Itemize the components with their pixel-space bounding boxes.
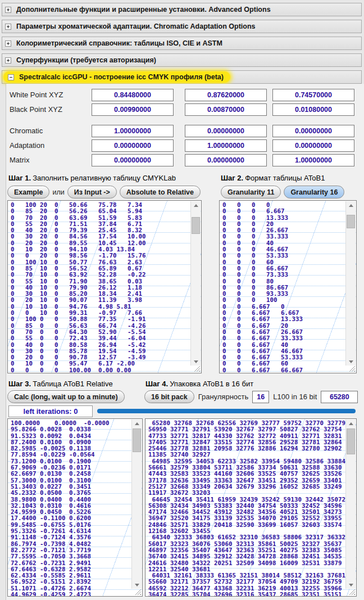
accordion-label: Дополнительные функции и расширенные уст… xyxy=(16,6,271,13)
step2-title-number: Шаг 2. xyxy=(221,174,243,182)
scrollbar-thumb[interactable] xyxy=(192,217,200,234)
matrix-cell-0-0[interactable] xyxy=(92,125,174,137)
vertical-scrollbar[interactable] xyxy=(131,419,142,589)
yellow-highlight: Spectralcalc iccGPU - построение icc CMY… xyxy=(3,71,230,83)
white-point-x-input[interactable] xyxy=(92,89,174,101)
step4-table-text: 65280 32768 32768 62556 32769 32777 5975… xyxy=(145,419,356,597)
matrix-cell-1-2[interactable] xyxy=(272,139,354,152)
spectralcalc-page: Дополнительные функции и расширенные уст… xyxy=(0,0,364,600)
step1-buttons-row: Example или Из Input -> Absolute to Rela… xyxy=(7,186,201,199)
granularity-label: Гранулярность xyxy=(198,393,249,401)
expand-plus-icon xyxy=(5,40,11,47)
scrollbar-thumb[interactable] xyxy=(347,215,355,228)
step3-buttons-row: Calc (long, wait up to a minute) xyxy=(7,390,125,403)
step4-title-text: Упаковка AToB1 в 16 бит xyxy=(170,380,253,388)
l100-value-input[interactable] xyxy=(321,391,358,403)
matrix-cell-2-1[interactable] xyxy=(185,154,267,166)
scroll-up-icon[interactable] xyxy=(191,201,201,209)
example-button[interactable]: Example xyxy=(7,186,49,199)
scrollbar-thumb[interactable] xyxy=(133,428,141,452)
from-input-button[interactable]: Из Input -> xyxy=(67,186,117,199)
vertical-scrollbar[interactable] xyxy=(190,201,201,366)
accordion-label: Параметры хроматической адаптации. Chrom… xyxy=(16,22,256,30)
accordion-label: Spectralcalc iccGPU - построение icc CMY… xyxy=(19,73,224,81)
scroll-down-icon[interactable] xyxy=(346,581,356,589)
step3-title: Шаг 3.Таблица AToB1 Relative xyxy=(8,380,113,388)
step4-title: Шаг 4.Упаковка AToB1 в 16 бит xyxy=(145,380,253,388)
scroll-down-icon[interactable] xyxy=(346,358,356,366)
scroll-up-icon[interactable] xyxy=(346,201,356,209)
matrix-cell-0-1[interactable] xyxy=(185,125,267,137)
matrix-cell-2-2[interactable] xyxy=(272,154,354,166)
vertical-scrollbar[interactable] xyxy=(345,201,356,366)
step4-controls-row: 16 bit pack Гранулярность L100 in 16 bit xyxy=(144,390,358,403)
l100-label: L100 in 16 bit xyxy=(273,393,317,401)
step2-title-text: Формат таблицы AToB1 xyxy=(245,174,325,182)
accordion-item-colorimetric-reference[interactable]: Колориметрический справочник: таблицы IS… xyxy=(2,37,362,50)
step3-title-text: Таблица AToB1 Relative xyxy=(33,380,113,388)
accordion-item-chromatic-adaptation[interactable]: Параметры хроматической адаптации. Chrom… xyxy=(2,20,362,33)
step4-title-number: Шаг 4. xyxy=(145,380,168,388)
step1-title-number: Шаг 1. xyxy=(8,174,31,182)
step2-table-text: 0 0 0 0 0 0 0 6.667 0 0 0 13.333 0 0 0 2… xyxy=(220,201,356,373)
white-point-z-input[interactable] xyxy=(272,89,354,101)
matrix-cell-0-2[interactable] xyxy=(272,125,354,137)
white-point-y-input[interactable] xyxy=(185,89,267,101)
black-point-z-input[interactable] xyxy=(272,103,354,116)
matrix-row-label-matrix: Matrix xyxy=(10,156,29,164)
white-point-label: White Point XYZ xyxy=(10,91,63,99)
scrollbar-thumb[interactable] xyxy=(347,428,355,454)
step4-16bit-pack-textarea[interactable]: 65280 32768 32768 62556 32769 32777 5975… xyxy=(145,418,357,597)
vertical-scrollbar[interactable] xyxy=(345,419,356,589)
matrix-row-label-chromatic: Chromatic xyxy=(10,127,43,135)
step1-table-text: 0 100 20 0 50.66 75.78 7.34 0 85 20 0 56… xyxy=(8,201,201,373)
accordion-item-spectralcalc-iccgpu[interactable]: Spectralcalc iccGPU - построение icc CMY… xyxy=(2,70,362,84)
or-label: или xyxy=(52,188,64,196)
step1-title-text: Заполнить релативную таблицу CMYKLab xyxy=(33,174,176,182)
step2-buttons-row: Granularity 11 Granularity 16 xyxy=(221,186,344,199)
step3-atob1-relative-textarea[interactable]: 100.0000 0.0000 -0.0000 95.8266 0.0028 0… xyxy=(7,418,143,597)
scroll-up-icon[interactable] xyxy=(346,419,356,427)
absolute-to-relative-button[interactable]: Absolute to Relative xyxy=(120,186,201,199)
granularity-value-input[interactable] xyxy=(252,391,269,403)
accordion-label: Колориметрический справочник: таблицы IS… xyxy=(16,39,222,47)
accordion-label: Суперфункции (требуется авторизация) xyxy=(16,56,156,64)
granularity-16-button[interactable]: Granularity 16 xyxy=(284,186,344,199)
accordion-item-superfunctions[interactable]: Суперфункции (требуется авторизация) xyxy=(2,53,362,67)
collapse-minus-icon xyxy=(8,74,14,80)
scroll-down-icon[interactable] xyxy=(132,581,142,589)
scroll-up-icon[interactable] xyxy=(132,419,142,427)
step2-atob1-format-textarea[interactable]: 0 0 0 0 0 0 0 6.667 0 0 0 13.333 0 0 0 2… xyxy=(219,200,357,373)
matrix-cell-1-0[interactable] xyxy=(92,139,174,152)
step2-title: Шаг 2.Формат таблицы AToB1 xyxy=(221,174,325,182)
expand-plus-icon xyxy=(5,7,11,13)
black-point-y-input[interactable] xyxy=(185,103,267,116)
progress-bar xyxy=(97,409,356,413)
step1-title: Шаг 1.Заполнить релативную таблицу CMYKL… xyxy=(8,174,176,182)
expand-plus-icon xyxy=(5,57,11,64)
black-point-label: Black Point XYZ xyxy=(10,105,62,114)
scroll-down-icon[interactable] xyxy=(191,358,201,366)
accordion-item-advanced-options[interactable]: Дополнительные функции и расширенные уст… xyxy=(2,3,362,16)
step3-title-number: Шаг 3. xyxy=(8,380,31,388)
step3-table-text: 100.0000 0.0000 -0.0000 95.8266 0.0028 0… xyxy=(8,419,142,597)
calc-button[interactable]: Calc (long, wait up to a minute) xyxy=(7,390,125,403)
matrix-cell-2-0[interactable] xyxy=(92,154,174,166)
step1-cmyklab-textarea[interactable]: 0 100 20 0 50.66 75.78 7.34 0 85 20 0 56… xyxy=(7,200,202,373)
pack-16bit-button[interactable]: 16 bit pack xyxy=(144,390,194,403)
left-iterations-field[interactable]: left iterations: 0 xyxy=(8,405,93,417)
granularity-11-button[interactable]: Granularity 11 xyxy=(221,186,281,199)
matrix-row-label-adaptation: Adaptation xyxy=(10,141,44,150)
matrix-cell-1-1[interactable] xyxy=(185,139,267,152)
spectralcalc-panel: White Point XYZ Black Point XYZ Chromati… xyxy=(6,84,364,600)
black-point-x-input[interactable] xyxy=(92,103,174,116)
expand-plus-icon xyxy=(5,24,11,30)
